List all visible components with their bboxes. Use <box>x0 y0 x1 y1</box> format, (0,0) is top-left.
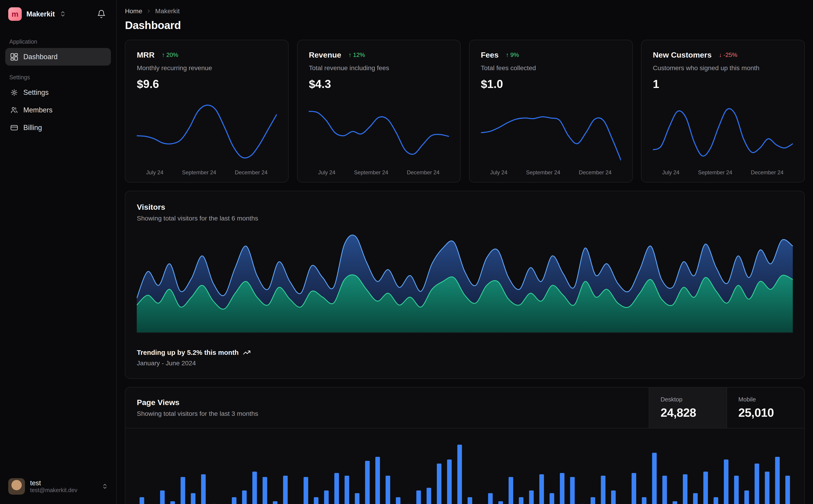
axis-label: December 24 <box>751 169 784 176</box>
axis-label: July 24 <box>662 169 679 176</box>
axis-label: September 24 <box>354 169 388 176</box>
bell-icon <box>97 10 106 19</box>
new-customers-sparkline-chart <box>653 102 793 163</box>
axis-label: September 24 <box>182 169 216 176</box>
trend-badge: ↑12% <box>349 51 365 58</box>
workspace-switcher[interactable]: m Makerkit <box>8 7 66 21</box>
stat-card-new-customers: New Customers ↓-25% Customers who signed… <box>641 40 805 182</box>
page-views-bar-chart <box>137 437 793 504</box>
trending-up-icon <box>243 349 251 356</box>
user-menu[interactable]: test test@makerkit.dev <box>5 475 111 498</box>
app-root: m Makerkit Application Dashboard Setting… <box>0 0 813 504</box>
sidebar-item-billing[interactable]: Billing <box>5 119 111 136</box>
stat-subtitle: Customers who signed up this month <box>653 64 793 72</box>
arrow-up-icon: ↑ <box>349 51 352 58</box>
sidebar-item-label: Members <box>23 106 53 114</box>
trend-badge: ↓-25% <box>719 51 737 58</box>
axis-label: July 24 <box>318 169 335 176</box>
axis-label: July 24 <box>146 169 163 176</box>
visitors-subtitle: Showing total visitors for the last 6 mo… <box>137 215 793 222</box>
stat-subtitle: Total revenue including fees <box>309 64 449 72</box>
stat-card-mrr: MRR ↑20% Monthly recurring revenue $9.6 … <box>125 40 289 182</box>
axis-label: September 24 <box>698 169 732 176</box>
workspace-name: Makerkit <box>27 10 55 18</box>
page-views-title: Page Views <box>137 398 637 407</box>
arrow-up-icon: ↑ <box>506 51 509 58</box>
trend-badge: ↑9% <box>506 51 519 58</box>
breadcrumb-current: Makerkit <box>155 7 180 15</box>
desktop-label: Desktop <box>661 396 715 403</box>
breadcrumb: Home Makerkit <box>125 7 805 15</box>
page-views-subtitle: Showing total visitors for the last 3 mo… <box>137 410 637 417</box>
revenue-sparkline-chart <box>309 102 449 163</box>
page-title: Dashboard <box>125 19 805 32</box>
sidebar-item-label: Billing <box>23 124 42 132</box>
sparkline-x-axis: July 24 September 24 December 24 <box>653 167 793 176</box>
gear-icon <box>10 89 18 96</box>
stat-cards-row: MRR ↑20% Monthly recurring revenue $9.6 … <box>125 40 805 182</box>
stat-subtitle: Monthly recurring revenue <box>137 64 277 72</box>
notifications-button[interactable] <box>95 8 108 21</box>
page-views-mobile-toggle[interactable]: Mobile 25,010 <box>727 387 804 428</box>
page-views-desktop-toggle[interactable]: Desktop 24,828 <box>649 387 727 428</box>
visitors-area-chart <box>137 229 793 333</box>
visitors-panel: Visitors Showing total visitors for the … <box>125 191 805 379</box>
arrow-down-icon: ↓ <box>719 51 722 58</box>
sidebar-item-settings[interactable]: Settings <box>5 84 111 101</box>
trend-badge: ↑20% <box>162 51 178 58</box>
axis-label: September 24 <box>526 169 560 176</box>
nav-section-settings: Settings <box>5 71 111 84</box>
chevrons-up-down-icon <box>59 11 66 17</box>
desktop-value: 24,828 <box>661 406 715 419</box>
fees-sparkline-chart <box>481 102 621 163</box>
makerkit-logo: m <box>8 7 22 21</box>
chevrons-up-down-icon <box>102 483 108 489</box>
stat-card-fees: Fees ↑9% Total fees collected $1.0 July … <box>469 40 633 182</box>
arrow-up-icon: ↑ <box>162 51 165 58</box>
users-icon <box>10 106 18 114</box>
sidebar-header: m Makerkit <box>5 5 111 23</box>
axis-label: December 24 <box>579 169 612 176</box>
mobile-value: 25,010 <box>739 406 793 419</box>
axis-label: December 24 <box>235 169 268 176</box>
user-meta: test test@makerkit.dev <box>30 480 77 493</box>
breadcrumb-home-link[interactable]: Home <box>125 7 142 15</box>
sparkline-x-axis: July 24 September 24 December 24 <box>481 167 621 176</box>
sidebar: m Makerkit Application Dashboard Setting… <box>0 0 117 504</box>
axis-label: December 24 <box>407 169 440 176</box>
page-views-header: Page Views Showing total visitors for th… <box>125 387 804 428</box>
stat-value: 1 <box>653 77 793 91</box>
stat-value: $9.6 <box>137 77 277 91</box>
sparkline-x-axis: July 24 September 24 December 24 <box>137 167 277 176</box>
user-avatar <box>8 478 25 495</box>
stat-subtitle: Total fees collected <box>481 64 621 72</box>
mobile-label: Mobile <box>739 396 793 403</box>
stat-title: Revenue <box>309 50 341 59</box>
stat-title: Fees <box>481 50 499 59</box>
visitors-footer: Trending up by 5.2% this month <box>137 349 793 356</box>
page-views-panel: Page Views Showing total visitors for th… <box>125 387 805 504</box>
nav-section-application: Application <box>5 35 111 48</box>
visitors-title: Visitors <box>137 203 793 212</box>
sidebar-item-label: Settings <box>23 88 49 96</box>
user-email: test@makerkit.dev <box>30 487 77 493</box>
axis-label: July 24 <box>490 169 507 176</box>
sidebar-item-dashboard[interactable]: Dashboard <box>5 48 111 66</box>
stat-title: New Customers <box>653 50 712 59</box>
stat-title: MRR <box>137 50 154 59</box>
sparkline-x-axis: July 24 September 24 December 24 <box>309 167 449 176</box>
chevron-right-icon <box>146 8 151 14</box>
stat-card-revenue: Revenue ↑12% Total revenue including fee… <box>297 40 461 182</box>
dashboard-icon <box>10 53 18 61</box>
credit-card-icon <box>10 124 18 132</box>
mrr-sparkline-chart <box>137 102 277 163</box>
user-name: test <box>30 480 77 486</box>
visitors-date-range: January - June 2024 <box>137 359 793 367</box>
sidebar-item-members[interactable]: Members <box>5 101 111 119</box>
stat-value: $4.3 <box>309 77 449 91</box>
stat-value: $1.0 <box>481 77 621 91</box>
main-content: Home Makerkit Dashboard MRR ↑20% Monthly… <box>117 0 813 504</box>
sidebar-item-label: Dashboard <box>23 53 58 61</box>
visitors-trend-text: Trending up by 5.2% this month <box>137 349 239 356</box>
